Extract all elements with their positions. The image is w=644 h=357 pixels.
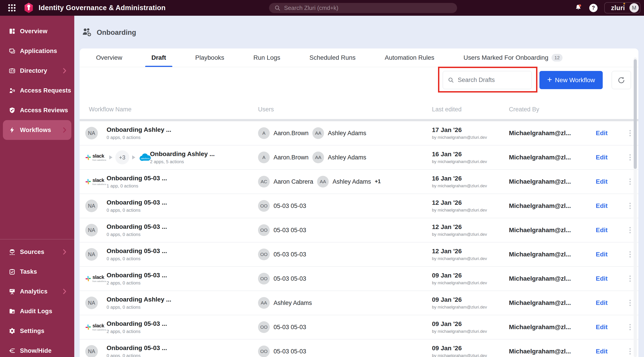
directory-icon bbox=[8, 67, 16, 74]
applications-icon bbox=[8, 48, 16, 54]
tab-overview[interactable]: Overview bbox=[90, 49, 128, 67]
new-workflow-button[interactable]: + New Workflow bbox=[540, 71, 603, 89]
column-header-users[interactable]: Users bbox=[258, 106, 426, 113]
sidebar-item-settings[interactable]: Settings bbox=[3, 321, 71, 341]
scrollbar-thumb[interactable] bbox=[634, 59, 637, 169]
workflow-meta: 2 apps, 0 actions bbox=[106, 329, 167, 334]
workflow-meta: 0 apps, 0 actions bbox=[106, 208, 167, 213]
sidebar-item-directory[interactable]: Directory bbox=[3, 61, 71, 81]
edit-link[interactable]: Edit bbox=[592, 227, 608, 233]
avatar[interactable]: M bbox=[630, 3, 639, 13]
tab-draft[interactable]: Draft bbox=[145, 49, 172, 67]
table-row[interactable]: slackfrom salesforceOnboarding 05-03 ...… bbox=[80, 315, 638, 339]
table-row[interactable]: NAOnboarding Ashley ...0 apps, 0 actions… bbox=[80, 121, 638, 146]
global-search-placeholder: Search Zluri (cmd+k) bbox=[284, 5, 338, 12]
sidebar-item-access-requests[interactable]: Access Requests bbox=[3, 81, 71, 100]
column-header-last-edited[interactable]: Last edited bbox=[426, 106, 509, 113]
slack-logo-icon: slackfrom salesforce bbox=[85, 275, 106, 282]
edit-link[interactable]: Edit bbox=[592, 323, 608, 330]
edit-link[interactable]: Edit bbox=[592, 348, 608, 355]
workflows-icon bbox=[8, 127, 16, 133]
sidebar-item-sources[interactable]: Sources bbox=[3, 242, 71, 262]
tab-users-marked-for-onboarding[interactable]: Users Marked For Onboarding12 bbox=[457, 49, 569, 67]
table-row[interactable]: NAOnboarding 05-03 ...0 apps, 0 actionsO… bbox=[80, 339, 638, 357]
column-header-created-by[interactable]: Created By bbox=[509, 106, 592, 113]
user-avatar: AC bbox=[258, 176, 270, 187]
user-name: 05-03 05-03 bbox=[274, 251, 306, 258]
search-icon bbox=[274, 5, 281, 11]
table-row[interactable]: NAOnboarding 05-03 ...0 apps, 0 actionsO… bbox=[80, 194, 638, 218]
content-card: OverviewDraftPlaybooksRun LogsScheduled … bbox=[80, 49, 638, 357]
slack-logo-icon: slackfrom salesforce bbox=[85, 154, 106, 161]
sidebar-item-tasks[interactable]: Tasks bbox=[3, 262, 71, 281]
tab-playbooks[interactable]: Playbooks bbox=[189, 49, 230, 67]
table-row[interactable]: slackfrom salesforce+3salesforceOnboardi… bbox=[80, 146, 638, 170]
top-bar: Identity Governance & Administration Sea… bbox=[0, 0, 644, 16]
edit-link[interactable]: Edit bbox=[592, 299, 608, 306]
access-requests-icon bbox=[8, 87, 16, 94]
workflow-avatar: NA bbox=[85, 248, 98, 261]
last-edited-date: 12 Jan '26 bbox=[432, 248, 509, 255]
last-edited-by: by michaelgraham@zluri.dev bbox=[432, 256, 509, 261]
last-edited-by: by michaelgraham@zluri.dev bbox=[432, 280, 509, 285]
global-search-input[interactable]: Search Zluri (cmd+k) bbox=[269, 3, 457, 13]
last-edited-by: by michaelgraham@zluri.dev bbox=[432, 135, 509, 140]
arrow-right-icon bbox=[109, 155, 112, 159]
sidebar-item-overview[interactable]: Overview bbox=[3, 21, 71, 41]
sidebar-item-analytics[interactable]: Analytics bbox=[3, 281, 71, 301]
column-header-workflow-name[interactable]: Workflow Name bbox=[85, 106, 258, 113]
refresh-button[interactable] bbox=[612, 71, 631, 89]
edit-link[interactable]: Edit bbox=[592, 154, 608, 161]
user-avatar: OO bbox=[258, 321, 270, 333]
created-by: Michaelgraham@zl... bbox=[509, 202, 592, 209]
edit-link[interactable]: Edit bbox=[592, 251, 608, 258]
user-avatar: AA bbox=[312, 127, 324, 139]
workflow-name: Onboarding 05-03 ... bbox=[106, 272, 167, 279]
sidebar-item-show-hide[interactable]: Show/Hide bbox=[3, 341, 71, 357]
user-name: Ashley Adams bbox=[274, 299, 312, 306]
table-row[interactable]: slackfrom salesforceOnboarding 05-03 ...… bbox=[80, 267, 638, 291]
workflow-avatar: NA bbox=[85, 345, 98, 357]
account-menu[interactable]: zluri M bbox=[604, 2, 640, 14]
table-header: Workflow Name Users Last edited Created … bbox=[80, 100, 638, 119]
tab-scheduled-runs[interactable]: Scheduled Runs bbox=[303, 49, 362, 67]
search-drafts-input[interactable]: Search Drafts bbox=[443, 71, 532, 89]
notifications-bell-icon[interactable] bbox=[574, 3, 582, 12]
sidebar-item-label: Overview bbox=[20, 28, 47, 35]
workflow-name: Onboarding 05-03 ... bbox=[106, 175, 167, 182]
last-edited-by: by michaelgraham@zluri.dev bbox=[432, 353, 509, 357]
sidebar-item-access-reviews[interactable]: Access Reviews bbox=[3, 100, 71, 120]
more-apps-badge[interactable]: +3 bbox=[115, 150, 129, 164]
workflow-avatar: NA bbox=[85, 224, 98, 236]
sidebar-item-label: Workflows bbox=[20, 127, 51, 134]
edit-link[interactable]: Edit bbox=[592, 178, 608, 185]
table-row[interactable]: NAOnboarding 05-03 ...0 apps, 0 actionsO… bbox=[80, 218, 638, 242]
svg-text:salesforce: salesforce bbox=[141, 157, 150, 160]
sidebar-item-applications[interactable]: Applications bbox=[3, 41, 71, 61]
edit-link[interactable]: Edit bbox=[592, 130, 608, 137]
app-grid-icon[interactable] bbox=[8, 3, 16, 12]
chevron-right-icon bbox=[63, 127, 66, 133]
user-name: 05-03 05-03 bbox=[274, 227, 306, 234]
edit-link[interactable]: Edit bbox=[592, 202, 608, 209]
workflow-meta: 2 apps, 5 actions bbox=[150, 159, 215, 164]
plus-icon: + bbox=[547, 75, 552, 84]
last-edited-date: 16 Jan '26 bbox=[432, 151, 509, 158]
sidebar-item-workflows[interactable]: Workflows bbox=[3, 120, 71, 140]
sidebar-item-audit-logs[interactable]: Audit Logs bbox=[3, 301, 71, 321]
user-name: Aaron Cabrera bbox=[274, 178, 313, 185]
tab-automation-rules[interactable]: Automation Rules bbox=[378, 49, 441, 67]
help-icon[interactable]: ? bbox=[589, 4, 598, 12]
table-row[interactable]: slackfrom salesforceOnboarding 05-03 ...… bbox=[80, 170, 638, 194]
user-avatar: A bbox=[258, 127, 270, 139]
last-edited-date: 16 Jan '26 bbox=[432, 175, 509, 182]
workflow-meta: 0 apps, 0 actions bbox=[106, 305, 171, 310]
edit-link[interactable]: Edit bbox=[592, 275, 608, 282]
tab-run-logs[interactable]: Run Logs bbox=[247, 49, 286, 67]
toolbar: Search Drafts + New Workflow bbox=[80, 67, 638, 100]
workflow-name: Onboarding 05-03 ... bbox=[106, 247, 167, 254]
sidebar-item-label: Access Reviews bbox=[20, 107, 68, 114]
user-name: 05-03 05-03 bbox=[274, 203, 306, 209]
table-row[interactable]: NAOnboarding Ashley ...0 apps, 0 actions… bbox=[80, 291, 638, 315]
table-row[interactable]: NAOnboarding 05-03 ...0 apps, 0 actionsO… bbox=[80, 242, 638, 267]
